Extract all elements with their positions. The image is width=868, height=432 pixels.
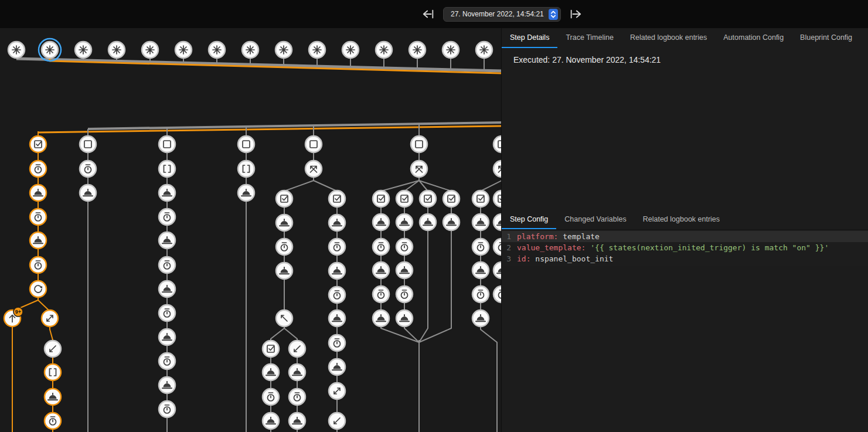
- trace-node-dome[interactable]: [396, 262, 413, 278]
- trace-node-checkbox[interactable]: [493, 191, 501, 207]
- trace-node-dome[interactable]: [420, 214, 436, 230]
- trace-node-brackets[interactable]: [45, 364, 61, 380]
- trace-node-split[interactable]: [411, 161, 427, 177]
- trace-node-timer[interactable]: [396, 286, 413, 302]
- trace-node-asterisk[interactable]: [342, 42, 359, 58]
- trace-node-checkbox[interactable]: [373, 191, 389, 207]
- trace-node-timer[interactable]: [30, 161, 46, 177]
- tab-changed-variables[interactable]: Changed Variables: [556, 210, 634, 229]
- trace-node-dome[interactable]: [472, 310, 489, 326]
- trace-node-asterisk[interactable]: [409, 42, 426, 58]
- trace-node-box[interactable]: [493, 136, 501, 152]
- trace-node-checkbox[interactable]: [329, 191, 345, 207]
- trace-node-dome[interactable]: [289, 413, 305, 429]
- trace-node-dome[interactable]: [329, 215, 345, 231]
- trace-node-timer[interactable]: [329, 335, 345, 351]
- trace-node-arrow-nw[interactable]: [276, 310, 292, 326]
- trace-node-timer[interactable]: [263, 389, 279, 405]
- trace-node-dome[interactable]: [30, 232, 46, 249]
- trace-node-split[interactable]: [493, 161, 501, 177]
- step-config-code[interactable]: 1platform: template2value_template: '{{ …: [502, 230, 868, 266]
- trace-node-dome[interactable]: [329, 310, 345, 326]
- trace-node-asterisk[interactable]: [39, 39, 61, 61]
- trace-node-timer[interactable]: [159, 209, 175, 225]
- tab-automation-config[interactable]: Automation Config: [715, 28, 792, 48]
- trace-node-dome[interactable]: [472, 214, 489, 230]
- trace-node-dome[interactable]: [80, 185, 96, 201]
- trace-node-arrow-sw[interactable]: [45, 341, 61, 357]
- tab-blueprint-config[interactable]: Blueprint Config: [792, 28, 860, 48]
- trace-node-timer[interactable]: [45, 413, 61, 429]
- trace-node-dome[interactable]: [493, 214, 501, 230]
- trace-node-timer[interactable]: [30, 257, 46, 273]
- trace-node-dome[interactable]: [276, 263, 292, 279]
- trace-node-timer[interactable]: [373, 239, 389, 255]
- trace-node-asterisk[interactable]: [275, 42, 292, 58]
- trace-node-dome[interactable]: [159, 185, 175, 201]
- trace-node-timer[interactable]: [276, 239, 292, 255]
- trace-node-timer[interactable]: [472, 286, 489, 302]
- trace-node-dome[interactable]: [289, 364, 305, 380]
- trace-node-asterisk[interactable]: [376, 42, 392, 58]
- trace-node-timer[interactable]: [159, 257, 175, 273]
- trace-node-checkbox[interactable]: [443, 191, 459, 207]
- trace-node-brackets[interactable]: [238, 161, 254, 177]
- trace-graph[interactable]: 9+: [0, 28, 501, 432]
- trace-node-brackets[interactable]: [159, 161, 175, 177]
- trace-node-asterisk[interactable]: [309, 42, 325, 58]
- trace-node-timer[interactable]: [159, 353, 175, 369]
- previous-run-button[interactable]: [421, 6, 436, 22]
- trace-node-dome[interactable]: [373, 262, 389, 278]
- trace-node-dome[interactable]: [329, 263, 345, 279]
- trace-node-dome[interactable]: [159, 281, 175, 297]
- trace-node-dome[interactable]: [373, 214, 389, 230]
- trace-node-dome[interactable]: [396, 310, 413, 326]
- trace-node-timer[interactable]: [159, 305, 175, 321]
- trace-node-arrow-diag[interactable]: [42, 310, 58, 326]
- trace-node-checkbox[interactable]: [263, 341, 279, 357]
- trace-node-dome[interactable]: [263, 413, 279, 429]
- trace-node-asterisk[interactable]: [75, 42, 91, 58]
- trace-node-arrow-sw[interactable]: [289, 341, 305, 357]
- trace-node-asterisk[interactable]: [242, 42, 258, 58]
- trace-node-checkbox[interactable]: [472, 191, 489, 207]
- trace-node-timer[interactable]: [329, 239, 345, 255]
- trace-node-arrow-sw[interactable]: [329, 413, 345, 429]
- trace-node-arrow-up[interactable]: 9+: [4, 307, 23, 326]
- trace-node-dome[interactable]: [396, 214, 413, 230]
- trace-node-timer[interactable]: [493, 239, 501, 255]
- trace-node-box[interactable]: [305, 136, 322, 152]
- trace-node-dome[interactable]: [159, 377, 175, 393]
- tab-related-logbook-entries[interactable]: Related logbook entries: [622, 28, 715, 48]
- trace-node-timer[interactable]: [80, 161, 96, 177]
- trace-node-timer[interactable]: [159, 401, 175, 417]
- tab-trace-timeline[interactable]: Trace Timeline: [557, 28, 622, 48]
- trace-node-checkbox[interactable]: [396, 191, 413, 207]
- trace-node-timer[interactable]: [289, 389, 305, 405]
- trace-node-asterisk[interactable]: [476, 42, 492, 58]
- trace-node-split[interactable]: [305, 161, 322, 177]
- next-run-button[interactable]: [568, 6, 583, 22]
- trace-node-dome[interactable]: [472, 262, 489, 278]
- trace-node-box[interactable]: [159, 136, 175, 152]
- trace-node-timer[interactable]: [493, 286, 501, 302]
- trace-node-checkbox[interactable]: [30, 136, 46, 152]
- trace-node-dome[interactable]: [30, 185, 46, 201]
- trace-node-dome[interactable]: [238, 185, 254, 201]
- trace-node-asterisk[interactable]: [142, 42, 158, 58]
- trace-node-asterisk[interactable]: [108, 42, 125, 58]
- trace-node-timer[interactable]: [373, 286, 389, 302]
- trace-node-dome[interactable]: [159, 232, 175, 249]
- trace-node-dome[interactable]: [373, 310, 389, 326]
- trace-node-dome[interactable]: [276, 215, 292, 231]
- trace-node-box[interactable]: [80, 136, 96, 152]
- run-select[interactable]: 27. November 2022, 14:54:21: [443, 7, 561, 22]
- tab-related-logbook-entries-step[interactable]: Related logbook entries: [635, 210, 728, 229]
- trace-node-dome[interactable]: [263, 364, 279, 380]
- trace-node-checkbox[interactable]: [420, 191, 436, 207]
- trace-node-asterisk[interactable]: [442, 42, 459, 58]
- trace-node-dome[interactable]: [443, 214, 459, 230]
- trace-node-asterisk[interactable]: [8, 42, 25, 58]
- tab-step-config[interactable]: Step Config: [502, 210, 556, 229]
- trace-node-box[interactable]: [411, 136, 427, 152]
